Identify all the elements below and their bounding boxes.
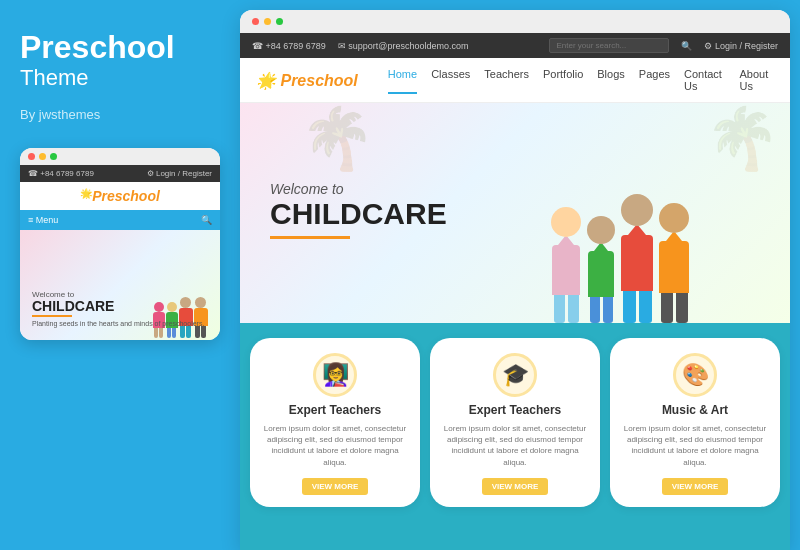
mobile-hero-underline <box>32 315 72 317</box>
mobile-menu-bar[interactable]: ≡ Menu 🔍 <box>20 210 220 230</box>
mobile-logo-area: 🌟 Preschool <box>20 182 220 210</box>
card-2-desc: Lorem ipsum dolor sit amet, consectetur … <box>440 423 590 468</box>
desktop-login[interactable]: ⚙ Login / Register <box>704 41 778 51</box>
browser-dots <box>240 10 790 33</box>
search-icon[interactable]: 🔍 <box>681 41 692 51</box>
card-3-title: Music & Art <box>662 403 728 417</box>
nav-classes[interactable]: Classes <box>431 66 470 94</box>
search-input[interactable] <box>549 38 669 53</box>
hero-title-underline <box>270 236 350 239</box>
nav-links: Home Classes Teachers Portfolio Blogs Pa… <box>388 66 774 94</box>
mobile-search-icon[interactable]: 🔍 <box>201 215 212 225</box>
topbar-contact: ☎ +84 6789 6789 ✉ support@preschooldemo.… <box>252 41 469 51</box>
theme-author: By jwsthemes <box>20 107 220 122</box>
mobile-login: ⚙ Login / Register <box>147 169 212 178</box>
nav-about[interactable]: About Us <box>740 66 775 94</box>
browser-dot-green <box>276 18 283 25</box>
desktop-mockup: ☎ +84 6789 6789 ✉ support@preschooldemo.… <box>240 10 790 550</box>
desktop-email: ✉ support@preschooldemo.com <box>338 41 469 51</box>
theme-name: Preschool <box>20 30 220 65</box>
nav-blogs[interactable]: Blogs <box>597 66 625 94</box>
browser-dot-red <box>252 18 259 25</box>
card-3-icon: 🎨 <box>673 353 717 397</box>
dot-red <box>28 153 35 160</box>
desktop-nav: 🌟 Preschool Home Classes Teachers Portfo… <box>240 58 790 103</box>
desktop-hero: 🌴 🌴 Welcome to CHILDCARE <box>240 103 790 323</box>
cards-section: 👩‍🏫 Expert Teachers Lorem ipsum dolor si… <box>240 323 790 550</box>
mobile-mockup: ☎ +84 6789 6789 ⚙ Login / Register 🌟 Pre… <box>20 148 220 340</box>
nav-contact[interactable]: Contact Us <box>684 66 725 94</box>
card-2-icon: 🎓 <box>493 353 537 397</box>
left-panel: Preschool Theme By jwsthemes ☎ +84 6789 … <box>0 0 240 550</box>
mobile-logo-icon: 🌟 <box>80 188 92 204</box>
child-2 <box>587 216 615 323</box>
topbar-right: 🔍 ⚙ Login / Register <box>549 38 778 53</box>
card-music-art: 🎨 Music & Art Lorem ipsum dolor sit amet… <box>610 338 780 507</box>
mobile-hero-desc: Planting seeds in the hearts and minds o… <box>32 319 208 328</box>
card-3-desc: Lorem ipsum dolor sit amet, consectetur … <box>620 423 770 468</box>
mobile-hero-title: CHILDCARE <box>32 299 208 313</box>
hero-children-illustration <box>450 103 790 323</box>
nav-teachers[interactable]: Teachers <box>484 66 529 94</box>
dot-green <box>50 153 57 160</box>
logo-icon: 🌟 <box>256 72 276 89</box>
card-1-title: Expert Teachers <box>289 403 382 417</box>
logo-text: Preschool <box>280 72 357 89</box>
card-2-btn[interactable]: VIEW MORE <box>482 478 549 495</box>
mobile-topbar: ☎ +84 6789 6789 ⚙ Login / Register <box>20 165 220 182</box>
child-3 <box>621 194 653 323</box>
mobile-logo-text: Preschool <box>92 188 160 204</box>
mobile-phone: ☎ +84 6789 6789 <box>28 169 94 178</box>
desktop-logo: 🌟 Preschool <box>256 71 358 90</box>
dot-yellow <box>39 153 46 160</box>
theme-subtitle: Theme <box>20 65 220 91</box>
card-1-btn[interactable]: VIEW MORE <box>302 478 369 495</box>
hero-text-area: Welcome to CHILDCARE <box>240 161 477 265</box>
browser-dot-yellow <box>264 18 271 25</box>
children-group <box>551 123 689 323</box>
mobile-hero: Welcome to CHILDCARE Planting seeds in t… <box>20 230 220 340</box>
desktop-topbar: ☎ +84 6789 6789 ✉ support@preschooldemo.… <box>240 33 790 58</box>
nav-pages[interactable]: Pages <box>639 66 670 94</box>
card-2-title: Expert Teachers <box>469 403 562 417</box>
nav-home[interactable]: Home <box>388 66 417 94</box>
hero-main-title: CHILDCARE <box>270 197 447 230</box>
child-1 <box>551 207 581 323</box>
card-1-desc: Lorem ipsum dolor sit amet, consectetur … <box>260 423 410 468</box>
card-1-icon: 👩‍🏫 <box>313 353 357 397</box>
mobile-dots <box>20 148 220 165</box>
hero-welcome-text: Welcome to <box>270 181 447 197</box>
child-4 <box>659 203 689 323</box>
desktop-phone: ☎ +84 6789 6789 <box>252 41 326 51</box>
card-expert-teachers-1: 👩‍🏫 Expert Teachers Lorem ipsum dolor si… <box>250 338 420 507</box>
mobile-menu-label[interactable]: ≡ Menu <box>28 215 58 225</box>
nav-portfolio[interactable]: Portfolio <box>543 66 583 94</box>
card-3-btn[interactable]: VIEW MORE <box>662 478 729 495</box>
card-expert-teachers-2: 🎓 Expert Teachers Lorem ipsum dolor sit … <box>430 338 600 507</box>
